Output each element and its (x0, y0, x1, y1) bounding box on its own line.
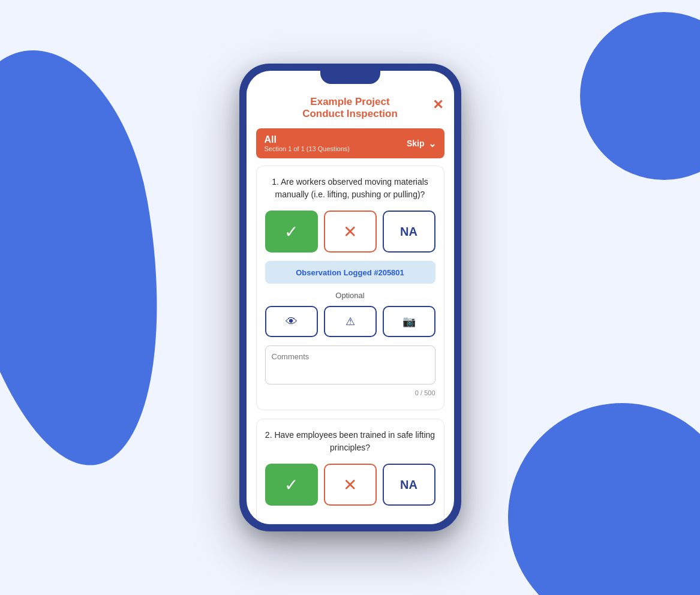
no-button-2[interactable]: ✕ (324, 464, 377, 506)
question-2-card: 2. Have employees been trained in safe l… (256, 419, 444, 524)
chevron-down-icon[interactable]: ⌄ (428, 138, 436, 149)
observation-badge: Observation Logged #205801 (265, 261, 435, 284)
close-button[interactable]: ✕ (432, 97, 443, 113)
phone-frame: Example Project Conduct Inspection ✕ All… (239, 64, 461, 531)
bg-shape-right-top (580, 12, 700, 180)
skip-label[interactable]: Skip (407, 139, 425, 148)
yes-button-2[interactable]: ✓ (265, 464, 318, 506)
char-count: 0 / 500 (265, 389, 435, 396)
bg-shape-left (0, 35, 191, 482)
camera-button[interactable]: 📷 (383, 306, 435, 337)
comments-input[interactable] (265, 345, 435, 384)
observe-button[interactable]: 👁 (265, 306, 318, 337)
eye-icon: 👁 (286, 315, 298, 329)
app-header: Example Project Conduct Inspection ✕ (247, 89, 454, 128)
optional-label: Optional (265, 291, 435, 300)
phone-wrapper: Example Project Conduct Inspection ✕ All… (239, 64, 461, 531)
section-bar-right[interactable]: Skip ⌄ (407, 138, 436, 149)
observation-text: Observation Logged #205801 (296, 268, 404, 277)
section-bar-left: All Section 1 of 1 (13 Questions) (265, 134, 350, 152)
warning-button[interactable]: ⚠ (324, 306, 377, 337)
phone-screen: Example Project Conduct Inspection ✕ All… (247, 71, 454, 524)
yes-button-1[interactable]: ✓ (265, 211, 318, 253)
no-button-1[interactable]: ✕ (324, 211, 377, 253)
bg-shape-right-bottom (508, 403, 700, 595)
camera-icon: 📷 (402, 315, 416, 328)
phone-notch (320, 71, 380, 84)
project-title: Example Project (271, 96, 430, 108)
na-button-2[interactable]: NA (383, 464, 435, 506)
question-1-card: 1. Are workers observed moving materials… (256, 166, 444, 410)
na-button-1[interactable]: NA (383, 211, 435, 253)
inspection-title: Conduct Inspection (271, 108, 430, 120)
optional-row: 👁 ⚠ 📷 (265, 306, 435, 337)
question-1-text: 1. Are workers observed moving materials… (265, 176, 435, 201)
warning-icon: ⚠ (346, 315, 355, 328)
answer-row-1: ✓ ✕ NA (265, 211, 435, 253)
section-bar[interactable]: All Section 1 of 1 (13 Questions) Skip ⌄ (256, 128, 444, 158)
section-label: All (265, 134, 350, 145)
question-2-text: 2. Have employees been trained in safe l… (265, 429, 435, 454)
screen-content[interactable]: Example Project Conduct Inspection ✕ All… (247, 71, 454, 524)
section-sublabel: Section 1 of 1 (13 Questions) (265, 145, 350, 152)
answer-row-2: ✓ ✕ NA (265, 464, 435, 506)
